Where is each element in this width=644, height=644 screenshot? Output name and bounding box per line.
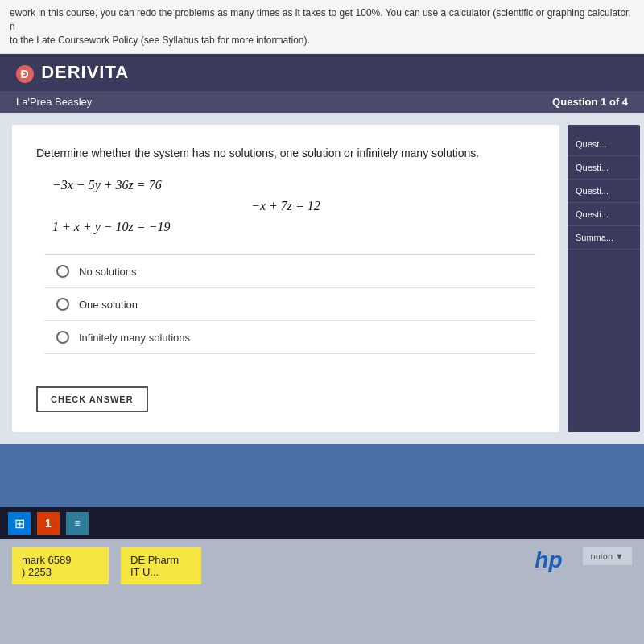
derivita-header: Đ DERIVITA [0, 54, 644, 91]
sidebar-item-3[interactable]: Questi... [568, 180, 640, 203]
question-counter: Question 1 of 4 [552, 96, 628, 108]
banner-text-2: to the Late Coursework Policy (see Sylla… [10, 34, 634, 47]
nuton-btn[interactable]: nuton ▼ [583, 547, 632, 565]
sidebar-panel: Quest... Questi... Questi... Questi... S… [568, 125, 640, 432]
user-name: La'Prea Beasley [16, 96, 92, 108]
question-panel: Determine whether the system has no solu… [12, 125, 559, 432]
equation-3: 1 + x + y − 10z = −19 [36, 220, 535, 234]
option-no-solutions-label: No solutions [79, 266, 137, 278]
sidebar-item-summary[interactable]: Summa... [568, 226, 640, 250]
file-icon[interactable]: ≡ [66, 512, 89, 535]
note1-line1: mark 6589 [22, 554, 99, 566]
option-infinitely-many[interactable]: Infinitely many solutions [44, 321, 535, 354]
bottom-section: mark 6589 ) 2253 DE Pharm IT U... hp nut… [0, 539, 644, 644]
top-banner: ework in this course, you can redo the p… [0, 0, 644, 54]
option-infinitely-many-label: Infinitely many solutions [79, 332, 190, 344]
sidebar-item-1[interactable]: Quest... [568, 133, 640, 156]
option-one-solution-label: One solution [79, 299, 138, 311]
hp-logo: hp [535, 547, 562, 573]
radio-infinitely-many[interactable] [56, 331, 69, 344]
logo-text: DERIVITA [41, 62, 129, 82]
sidebar-item-2[interactable]: Questi... [568, 156, 640, 180]
windows-icon[interactable]: ⊞ [8, 512, 31, 535]
equation-1: −3x − 5y + 36z = 76 [36, 178, 535, 192]
option-no-solutions[interactable]: No solutions [44, 254, 535, 288]
note2-line1: DE Pharm [130, 554, 192, 566]
sticky-note-2: DE Pharm IT U... [121, 547, 201, 584]
hp-text: hp [535, 547, 562, 573]
option-one-solution[interactable]: One solution [44, 288, 535, 321]
equation-2: −x + 7z = 12 [36, 199, 535, 213]
equations-container: −3x − 5y + 36z = 76 −x + 7z = 12 1 + x +… [36, 178, 535, 234]
derivita-logo: Đ DERIVITA [16, 62, 129, 83]
check-answer-button[interactable]: CHECK ANSWER [36, 386, 148, 412]
sidebar-item-4[interactable]: Questi... [568, 203, 640, 226]
content-area: Determine whether the system has no solu… [0, 113, 644, 444]
note2-line2: IT U... [130, 566, 192, 578]
radio-no-solutions[interactable] [56, 265, 69, 278]
options-container: No solutions One solution Infinitely man… [44, 254, 535, 354]
radio-one-solution[interactable] [56, 298, 69, 311]
sticky-note-1: mark 6589 ) 2253 [12, 547, 109, 584]
taskbar: ⊞ 1 ≡ [0, 507, 644, 539]
question-text: Determine whether the system has no solu… [36, 145, 535, 162]
user-bar: La'Prea Beasley Question 1 of 4 [0, 91, 644, 113]
note1-line2: ) 2253 [22, 566, 99, 578]
banner-text-1: ework in this course, you can redo the p… [10, 6, 634, 34]
logo-d-icon: Đ [16, 65, 34, 83]
office-icon[interactable]: 1 [37, 512, 60, 535]
